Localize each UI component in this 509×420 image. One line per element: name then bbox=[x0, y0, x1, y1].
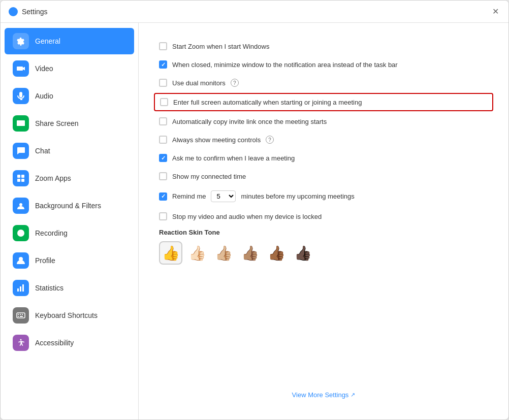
chat-icon bbox=[13, 143, 29, 159]
sidebar-item-background-filters[interactable]: Background & Filters bbox=[5, 192, 134, 219]
zoom-apps-icon bbox=[13, 170, 29, 186]
svg-rect-3 bbox=[21, 175, 24, 178]
sidebar-item-general[interactable]: General bbox=[5, 28, 134, 54]
chat-label: Chat bbox=[35, 147, 50, 155]
help-icon-show-controls[interactable]: ? bbox=[266, 136, 274, 144]
checkbox-remind-me[interactable] bbox=[159, 192, 167, 201]
skin-tone-btn-5[interactable]: 👍🏿 bbox=[291, 241, 314, 265]
general-icon bbox=[13, 33, 29, 49]
checkbox-minimize-window[interactable] bbox=[159, 60, 167, 69]
label-dual-monitors: Use dual monitors bbox=[172, 79, 226, 87]
video-icon bbox=[13, 60, 29, 77]
svg-rect-4 bbox=[17, 179, 20, 182]
label-full-screen: Enter full screen automatically when sta… bbox=[173, 99, 362, 106]
audio-label: Audio bbox=[35, 92, 53, 100]
setting-row-show-controls: Always show meeting controls? bbox=[159, 132, 488, 148]
background-filters-label: Background & Filters bbox=[35, 202, 101, 210]
statistics-icon bbox=[13, 280, 29, 296]
background-filters-icon bbox=[13, 198, 29, 214]
statistics-label: Statistics bbox=[35, 284, 63, 292]
accessibility-label: Accessibility bbox=[35, 339, 74, 347]
title-bar: Settings ✕ bbox=[1, 1, 508, 23]
skin-tone-btn-3[interactable]: 👍🏽 bbox=[238, 241, 262, 265]
window-title: Settings bbox=[22, 8, 48, 16]
sidebar-item-keyboard-shortcuts[interactable]: Keyboard Shortcuts bbox=[5, 302, 134, 329]
content-area: GeneralVideoAudioShare ScreenChatZoom Ap… bbox=[1, 23, 508, 419]
keyboard-shortcuts-label: Keyboard Shortcuts bbox=[35, 311, 98, 319]
svg-point-8 bbox=[19, 232, 22, 235]
recording-icon bbox=[13, 225, 29, 241]
sidebar-item-zoom-apps[interactable]: Zoom Apps bbox=[5, 165, 134, 191]
checkbox-connected-time[interactable] bbox=[159, 172, 167, 180]
keyboard-shortcuts-icon bbox=[13, 307, 29, 324]
settings-list: Start Zoom when I start WindowsWhen clos… bbox=[159, 38, 488, 224]
checkbox-stop-video[interactable] bbox=[159, 212, 167, 220]
profile-icon bbox=[13, 252, 29, 269]
svg-rect-15 bbox=[20, 314, 21, 315]
svg-rect-17 bbox=[18, 316, 19, 317]
sidebar-item-share-screen[interactable]: Share Screen bbox=[5, 110, 134, 137]
share-screen-icon bbox=[13, 115, 29, 132]
sidebar: GeneralVideoAudioShare ScreenChatZoom Ap… bbox=[1, 23, 139, 419]
svg-rect-16 bbox=[22, 314, 23, 315]
sidebar-item-video[interactable]: Video bbox=[5, 55, 134, 82]
settings-window: Settings ✕ GeneralVideoAudioShare Screen… bbox=[0, 0, 509, 420]
checkbox-dual-monitors[interactable] bbox=[159, 79, 167, 87]
zoom-apps-label: Zoom Apps bbox=[35, 174, 71, 182]
audio-icon bbox=[13, 88, 29, 104]
setting-row-copy-invite: Automatically copy invite link once the … bbox=[159, 113, 488, 130]
label-connected-time: Show my connected time bbox=[172, 173, 246, 180]
sidebar-item-accessibility[interactable]: Accessibility bbox=[5, 330, 134, 356]
sidebar-item-audio[interactable]: Audio bbox=[5, 83, 134, 109]
label-remind-suffix: minutes before my upcoming meetings bbox=[241, 192, 354, 200]
label-confirm-leave: Ask me to confirm when I leave a meeting bbox=[172, 154, 295, 162]
video-label: Video bbox=[35, 64, 53, 73]
setting-row-stop-video: Stop my video and audio when my device i… bbox=[159, 208, 488, 224]
checkbox-copy-invite[interactable] bbox=[159, 117, 167, 125]
setting-row-remind-me: Remind me 5101530 minutes before my upco… bbox=[159, 186, 488, 206]
label-start-zoom: Start Zoom when I start Windows bbox=[172, 43, 269, 50]
svg-rect-5 bbox=[21, 179, 24, 182]
sidebar-item-statistics[interactable]: Statistics bbox=[5, 275, 134, 301]
skin-tone-label: Reaction Skin Tone bbox=[159, 229, 488, 236]
svg-rect-10 bbox=[17, 288, 19, 292]
setting-row-confirm-leave: Ask me to confirm when I leave a meeting bbox=[159, 150, 488, 166]
setting-row-dual-monitors: Use dual monitors? bbox=[159, 75, 488, 91]
recording-label: Recording bbox=[35, 229, 68, 237]
sidebar-item-chat[interactable]: Chat bbox=[5, 138, 134, 164]
skin-tone-btn-2[interactable]: 👍🏼 bbox=[212, 241, 235, 265]
external-link-icon: ↗ bbox=[351, 392, 355, 398]
svg-rect-13 bbox=[17, 313, 25, 318]
skin-tone-btn-4[interactable]: 👍🏾 bbox=[265, 241, 288, 265]
help-icon-dual-monitors[interactable]: ? bbox=[231, 79, 239, 87]
setting-row-start-zoom: Start Zoom when I start Windows bbox=[159, 38, 488, 54]
setting-row-minimize-window: When closed, minimize window to the noti… bbox=[159, 56, 488, 73]
label-show-controls: Always show meeting controls bbox=[172, 136, 261, 144]
skin-tone-btn-1[interactable]: 👍🏻 bbox=[185, 241, 209, 265]
title-bar-left: Settings bbox=[9, 7, 48, 16]
footer: View More Settings ↗ bbox=[159, 380, 488, 404]
remind-select[interactable]: 5101530 bbox=[211, 190, 236, 202]
profile-label: Profile bbox=[35, 256, 55, 265]
sidebar-item-profile[interactable]: Profile bbox=[5, 247, 134, 274]
svg-rect-12 bbox=[22, 284, 24, 292]
accessibility-icon bbox=[13, 335, 29, 351]
setting-row-connected-time: Show my connected time bbox=[159, 168, 488, 184]
svg-rect-14 bbox=[18, 314, 19, 315]
checkbox-start-zoom[interactable] bbox=[159, 42, 167, 50]
svg-point-0 bbox=[10, 9, 16, 15]
main-content: Start Zoom when I start WindowsWhen clos… bbox=[139, 23, 508, 419]
close-button[interactable]: ✕ bbox=[490, 7, 500, 17]
sidebar-item-recording[interactable]: Recording bbox=[5, 220, 134, 246]
skin-tones: 👍👍🏻👍🏼👍🏽👍🏾👍🏿 bbox=[159, 241, 488, 265]
checkbox-full-screen[interactable] bbox=[160, 98, 168, 106]
setting-row-full-screen: Enter full screen automatically when sta… bbox=[154, 93, 493, 111]
svg-rect-11 bbox=[20, 286, 21, 292]
skin-tone-btn-0[interactable]: 👍 bbox=[159, 241, 182, 265]
svg-point-6 bbox=[19, 203, 22, 206]
checkbox-show-controls[interactable] bbox=[159, 136, 167, 144]
view-more-settings-link[interactable]: View More Settings ↗ bbox=[292, 391, 356, 399]
checkbox-confirm-leave[interactable] bbox=[159, 154, 167, 162]
general-label: General bbox=[35, 37, 60, 45]
share-screen-label: Share Screen bbox=[35, 119, 79, 127]
